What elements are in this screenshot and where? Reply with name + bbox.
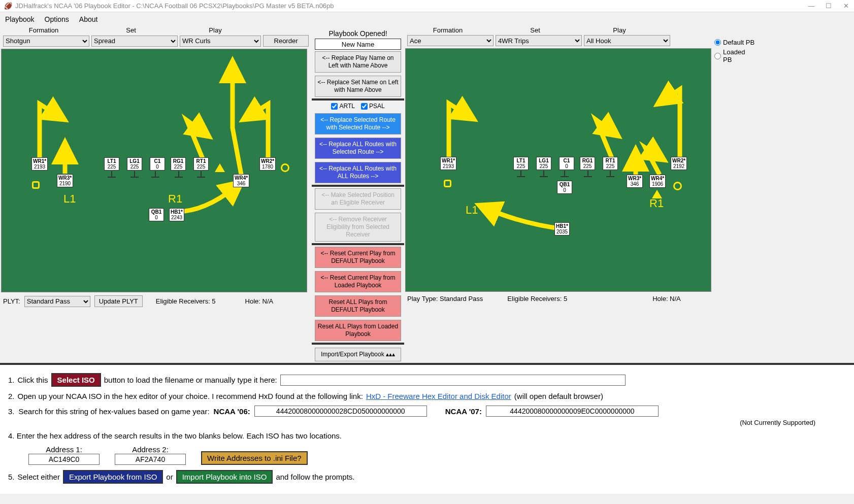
plyt-label: PLYT: <box>3 297 20 305</box>
reset-current-default-button[interactable]: <-- Reset Current Play from DEFAULT Play… <box>315 247 401 268</box>
minimize-button[interactable]: — <box>807 2 815 10</box>
player-hb1-right[interactable]: HB1*2035 <box>554 222 570 236</box>
player-wr4-left[interactable]: WR4*346 <box>233 174 249 187</box>
plyt-select[interactable]: Standard Pass <box>24 296 90 307</box>
player-lg1-right[interactable]: LG1225 <box>536 157 551 170</box>
playbook-opened-label: Playbook Opened! <box>329 26 387 39</box>
export-playbook-button[interactable]: Export Playbook from ISO <box>63 470 163 484</box>
square-icon <box>444 180 451 187</box>
loaded-pb-radio[interactable] <box>714 53 721 59</box>
reorder-button[interactable]: Reorder <box>263 35 309 47</box>
player-qb1-left[interactable]: QB10 <box>149 208 164 221</box>
remove-eligibility-button: <-- Remove Receiver Eligibility from Sel… <box>315 213 401 242</box>
hole-left: Hole: N/A <box>245 297 274 305</box>
iso-path-input[interactable] <box>280 375 626 386</box>
label-play-right: Play <box>579 26 660 34</box>
write-addresses-button[interactable]: Write Addresses to .ini File? <box>201 451 308 465</box>
import-playbook-button[interactable]: Import Playbook into ISO <box>176 470 273 484</box>
player-lt1-right[interactable]: LT1225 <box>513 157 529 170</box>
circle-icon <box>673 182 682 190</box>
player-wr2-right[interactable]: WR2*2192 <box>671 157 687 170</box>
replace-selected-route-button[interactable]: <-- Replace Selected Route with Selected… <box>315 113 401 135</box>
status-bar-right: Play Type: Standard Pass Eligible Receiv… <box>404 293 712 305</box>
close-button[interactable]: ✕ <box>842 2 850 10</box>
circle-icon <box>281 163 289 172</box>
reset-all-loaded-button[interactable]: Reset ALL Plays from Loaded Playbook <box>315 320 401 341</box>
menu-playbook[interactable]: Playbook <box>5 15 35 23</box>
step3-text: Search for this string of hex-values bas… <box>19 407 210 416</box>
address2-input[interactable] <box>115 454 186 465</box>
status-bar-left: PLYT: Standard Pass Update PLYT Eligible… <box>0 293 312 309</box>
triangle-icon <box>215 163 225 172</box>
player-wr1-right[interactable]: WR1*2193 <box>440 157 456 170</box>
hxd-link[interactable]: HxD - Freeware Hex Editor and Disk Edito… <box>366 392 511 400</box>
annot-r1-right: R1 <box>649 197 664 210</box>
menu-about[interactable]: About <box>79 15 98 23</box>
player-wr1-left[interactable]: WR1*2193 <box>31 157 48 171</box>
eligible-receivers-left: Eligible Receivers: 5 <box>156 297 216 305</box>
step4-text: Enter the hex address of the search resu… <box>17 431 342 440</box>
player-lt1-left[interactable]: LT1225 <box>104 157 119 171</box>
label-set-left: Set <box>87 26 175 34</box>
player-c1-left[interactable]: C10 <box>150 157 165 171</box>
import-export-button[interactable]: Import/Export Playbook ▴▴▴ <box>315 348 401 361</box>
reset-current-loaded-button[interactable]: <-- Reset Current Play from Loaded Playb… <box>315 271 401 292</box>
annot-l1-right: L1 <box>466 204 478 217</box>
default-pb-radio[interactable] <box>714 39 721 46</box>
player-qb1-right[interactable]: QB10 <box>557 181 572 194</box>
player-rt1-right[interactable]: RT1225 <box>603 157 618 170</box>
reset-all-default-button[interactable]: Reset ALL Plays from DEFAULT Playbook <box>315 295 401 317</box>
square-icon <box>32 181 40 189</box>
new-name-input[interactable] <box>315 39 401 50</box>
annot-r1-left: R1 <box>168 192 182 206</box>
menu-bar: Playbook Options About <box>0 12 854 26</box>
hex-07-input[interactable] <box>486 406 659 417</box>
player-wr2-left[interactable]: WR2*1780 <box>259 157 276 171</box>
address1-input[interactable] <box>28 454 100 465</box>
hex-06-input[interactable] <box>254 406 427 417</box>
replace-set-name-button[interactable]: <-- Replace Set Name on Left with Name A… <box>315 76 401 97</box>
formation-select-left[interactable]: Shotgun <box>3 36 89 47</box>
psal-checkbox[interactable]: PSAL <box>361 103 385 110</box>
label-set-right: Set <box>491 26 579 34</box>
menu-options[interactable]: Options <box>45 15 69 23</box>
replace-play-name-button[interactable]: <-- Replace Play Name on Left with Name … <box>315 51 401 73</box>
play-select-left[interactable]: WR Curls <box>180 36 261 47</box>
player-rt1-left[interactable]: RT1225 <box>193 157 209 171</box>
replace-all-routes-all-button[interactable]: <-- Replace ALL Routes with ALL Routes -… <box>315 162 401 183</box>
maximize-button[interactable]: ☐ <box>825 2 833 10</box>
playbook-source-radios: Default PB Loaded PB <box>712 26 757 363</box>
not-supported-note: (Not Currently Supported) <box>8 419 815 426</box>
update-plyt-button[interactable]: Update PLYT <box>94 295 143 307</box>
step1-text-a: Click this <box>18 376 48 384</box>
address2-label: Address 2: <box>115 445 186 454</box>
player-c1-right[interactable]: C10 <box>559 157 574 170</box>
select-iso-button[interactable]: Select ISO <box>51 373 101 387</box>
ncaa07-label: NCAA '07: <box>445 407 482 416</box>
player-wr4-right[interactable]: WR4*1906 <box>649 175 666 188</box>
step5-text-a: Select either <box>18 473 60 481</box>
player-rg1-right[interactable]: RG1225 <box>580 157 595 170</box>
label-formation-left: Formation <box>0 26 87 34</box>
step2-text-b: (will open default browser) <box>514 392 603 400</box>
instructions-panel: 1. Click this Select ISO button to load … <box>0 365 854 494</box>
set-select-right[interactable]: 4WR Trips <box>496 35 582 46</box>
play-field-left[interactable]: WR1*2193 WR3*2190 LT1225 LG1225 C10 RG12… <box>1 49 307 292</box>
window-title: JDHalfrack's NCAA '06 Playbook Editor - … <box>15 2 807 10</box>
ncaa06-label: NCAA '06: <box>214 407 250 416</box>
set-select-left[interactable]: Spread <box>91 36 178 47</box>
player-hb1-left[interactable]: HB1*2243 <box>169 208 184 221</box>
playtype-right: Play Type: Standard Pass <box>407 295 483 303</box>
app-icon: 🏈 <box>4 2 12 10</box>
play-select-right[interactable]: All Hook <box>584 35 670 46</box>
player-wr3-left[interactable]: WR3*2190 <box>57 174 73 187</box>
player-lg1-left[interactable]: LG1225 <box>127 157 142 171</box>
player-rg1-left[interactable]: RG1225 <box>171 157 186 171</box>
artl-checkbox[interactable]: ARTL <box>331 103 354 110</box>
step2-text-a: Open up your NCAA ISO in the hex editor … <box>18 392 363 400</box>
step5-or: or <box>166 473 173 481</box>
formation-select-right[interactable]: Ace <box>407 35 494 46</box>
play-field-right[interactable]: WR1*2193 LT1225 LG1225 C10 RG1225 RT1225… <box>405 48 711 292</box>
player-wr3-right[interactable]: WR3*346 <box>627 175 643 188</box>
replace-all-routes-selected-button[interactable]: <-- Replace ALL Routes with Selected Rou… <box>315 138 401 159</box>
